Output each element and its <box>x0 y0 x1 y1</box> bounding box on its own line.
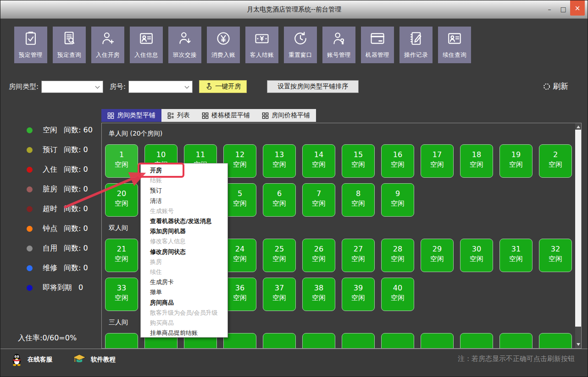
minimize-button[interactable]: – <box>543 2 556 16</box>
room-type-select[interactable] <box>41 81 103 93</box>
room-tile[interactable] <box>263 333 296 349</box>
room-status: 空闲 <box>342 199 374 208</box>
one-key-open-button[interactable]: 一键开房 <box>199 80 247 93</box>
room-tile-37[interactable]: 37空闲 <box>263 278 296 311</box>
room-number: 19 <box>500 150 532 159</box>
toolbar-button-label: 重置窗口 <box>288 51 312 59</box>
context-menu-item[interactable]: 修改房间状态 <box>141 247 227 257</box>
chevron-down-icon <box>185 84 189 88</box>
room-tile-31[interactable]: 31空闲 <box>499 239 533 272</box>
room-tile[interactable] <box>223 333 256 349</box>
room-tile[interactable] <box>302 333 335 349</box>
toolbar-button-label: 操作记录 <box>404 51 428 59</box>
context-menu-item[interactable]: 开房 <box>141 165 227 175</box>
tab-label: 楼栋楼层平铺 <box>211 111 250 120</box>
room-tile[interactable] <box>539 333 572 349</box>
room-tile-26[interactable]: 26空闲 <box>302 239 335 272</box>
context-menu-item[interactable]: 查看机器状态/发送消息 <box>141 216 227 226</box>
tab-4[interactable]: 房间价格平铺 <box>256 109 316 122</box>
toolbar-button-1[interactable]: 预定管理 <box>14 27 47 63</box>
room-tile-36[interactable]: 36空闲 <box>223 278 256 311</box>
room-tile[interactable] <box>105 333 138 349</box>
room-tile-15[interactable]: 15空闲 <box>342 144 375 178</box>
sort-by-room-type-button[interactable]: 设置按房间类型平铺排序 <box>267 80 359 93</box>
toolbar-button-4[interactable]: 入住信息 <box>130 27 163 63</box>
room-status: 空闲 <box>303 199 335 208</box>
toolbar-button-11[interactable]: 操作记录 <box>399 27 433 63</box>
room-tile-32[interactable]: 32空闲 <box>539 239 572 272</box>
room-tile-39[interactable]: 39空闲 <box>342 278 375 311</box>
room-tile-21[interactable]: 21空闲 <box>105 239 138 272</box>
maximize-button[interactable]: □ <box>556 2 570 16</box>
room-tile-28[interactable]: 28空闲 <box>381 239 414 272</box>
scroll-up-icon[interactable] <box>577 126 580 128</box>
room-tile-2[interactable]: 2空闲 <box>539 144 572 178</box>
refresh-icon <box>543 83 550 90</box>
room-tile-40[interactable]: 40空闲 <box>381 278 414 311</box>
room-tile-17[interactable]: 17空闲 <box>421 144 454 178</box>
close-button[interactable]: × <box>570 0 585 16</box>
context-menu-item[interactable]: 生成房卡 <box>141 277 227 287</box>
room-tile-30[interactable]: 30空闲 <box>460 239 493 272</box>
scroll-down-icon[interactable] <box>577 343 580 346</box>
room-tile-20[interactable]: 20空闲 <box>105 183 138 217</box>
status-note: 注：若房态显示不正确可点击刷新按钮 <box>458 355 575 363</box>
room-tile-5[interactable]: 5空闲 <box>223 183 256 217</box>
room-tile[interactable] <box>381 333 414 349</box>
context-menu-item[interactable]: 挂单商品提前结账 <box>141 328 227 338</box>
room-tile-33[interactable]: 33空闲 <box>105 278 138 311</box>
toolbar-button-2[interactable]: 预定查询 <box>53 27 86 63</box>
document-search-icon <box>61 31 77 48</box>
room-tile-13[interactable]: 13空闲 <box>263 144 296 178</box>
room-tile-38[interactable]: 38空闲 <box>302 278 335 311</box>
legend-item: 即将到期0 <box>27 284 93 292</box>
room-tile-24[interactable]: 24空闲 <box>223 239 256 272</box>
scrollbar-thumb[interactable] <box>575 130 581 327</box>
room-status: 空闲 <box>303 255 335 263</box>
toolbar-button-6[interactable]: 消费入账 <box>207 27 240 63</box>
tutorial-link[interactable]: 软件教程 <box>72 354 116 366</box>
room-tile-12[interactable]: 12空闲 <box>223 144 256 178</box>
room-tile[interactable] <box>460 333 493 349</box>
room-status: 空闲 <box>539 255 571 263</box>
room-tile-6[interactable]: 6空闲 <box>263 183 296 217</box>
room-tile-18[interactable]: 18空闲 <box>460 144 493 178</box>
context-menu-item[interactable]: 清洁 <box>141 196 227 206</box>
room-tile[interactable] <box>421 333 454 349</box>
toolbar-button-7[interactable]: 客人结账 <box>245 27 278 63</box>
room-status: 空闲 <box>342 160 374 169</box>
toolbar-button-12[interactable]: 续住查询 <box>438 27 471 63</box>
context-menu-item[interactable]: 添加房间机器 <box>141 226 227 236</box>
room-tile-25[interactable]: 25空闲 <box>263 239 296 272</box>
toolbar-button-8[interactable]: 重置窗口 <box>284 27 317 63</box>
toolbar-button-10[interactable]: 机器管理 <box>361 27 394 63</box>
refresh-button[interactable]: 刷新 <box>543 81 568 92</box>
toolbar-button-label: 账号管理 <box>327 51 351 59</box>
context-menu-item[interactable]: 房间商品 <box>141 297 227 307</box>
online-service-link[interactable]: 在线客服 <box>11 353 52 366</box>
tab-1[interactable]: 房间类型平铺 <box>101 109 161 122</box>
room-tile-8[interactable]: 8空闲 <box>342 183 375 217</box>
room-tile[interactable] <box>342 333 375 349</box>
room-tile-27[interactable]: 27空闲 <box>342 239 375 272</box>
vertical-scrollbar[interactable] <box>575 123 581 348</box>
room-tile[interactable] <box>499 333 533 349</box>
room-tile-29[interactable]: 29空闲 <box>421 239 454 272</box>
tab-label: 列表 <box>177 111 190 120</box>
room-tile-16[interactable]: 16空闲 <box>381 144 414 178</box>
room-no-select[interactable] <box>128 81 193 93</box>
room-tile-1[interactable]: 1空闲 <box>105 144 138 178</box>
room-status: 空闲 <box>224 199 256 208</box>
toolbar-button-9[interactable]: 账号管理 <box>322 27 355 63</box>
toolbar-button-3[interactable]: 入住开房 <box>91 27 124 63</box>
context-menu-item[interactable]: 预订 <box>141 186 227 196</box>
room-tile-7[interactable]: 7空闲 <box>302 183 335 217</box>
room-tile-9[interactable]: 9空闲 <box>381 183 414 217</box>
room-tile-14[interactable]: 14空闲 <box>302 144 335 178</box>
context-menu-item[interactable]: 撤单 <box>141 287 227 297</box>
tab-3[interactable]: 楼栋楼层平铺 <box>196 109 256 122</box>
toolbar-button-5[interactable]: 班次交接 <box>168 27 201 63</box>
room-tile-19[interactable]: 19空闲 <box>499 144 533 178</box>
tab-2[interactable]: 列表 <box>161 109 196 122</box>
qq-penguin-icon <box>11 353 23 366</box>
